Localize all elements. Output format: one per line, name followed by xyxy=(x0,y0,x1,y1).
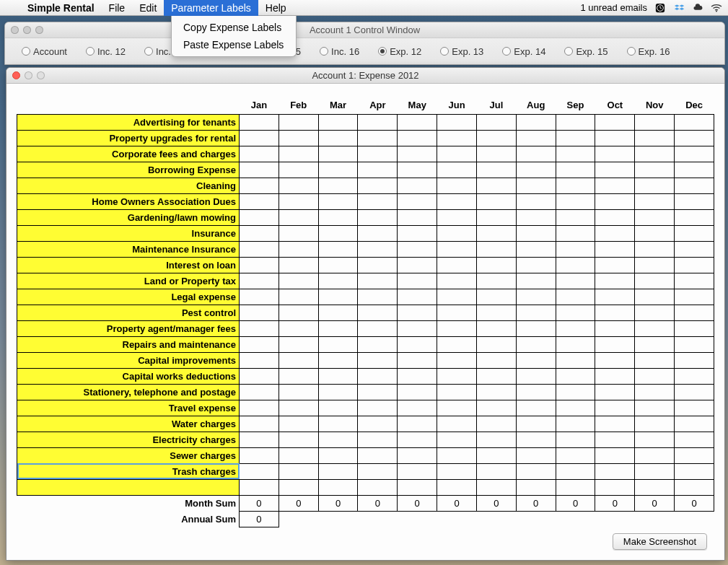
data-cell[interactable] xyxy=(556,178,595,193)
data-cell[interactable] xyxy=(279,257,318,273)
data-cell[interactable] xyxy=(437,352,477,368)
data-cell[interactable] xyxy=(240,479,279,495)
data-cell[interactable] xyxy=(398,241,437,257)
data-cell[interactable] xyxy=(595,479,635,495)
category-label[interactable]: Property agent/manager fees xyxy=(17,320,240,336)
data-cell[interactable] xyxy=(556,368,595,384)
category-label[interactable]: Capital works deductions xyxy=(17,368,240,384)
data-cell[interactable] xyxy=(516,479,556,495)
data-cell[interactable] xyxy=(318,463,358,479)
data-cell[interactable] xyxy=(476,368,516,384)
data-cell[interactable] xyxy=(476,225,516,241)
data-cell[interactable] xyxy=(516,146,556,162)
data-cell[interactable] xyxy=(635,479,675,495)
data-cell[interactable] xyxy=(318,400,358,416)
category-label[interactable]: Home Owners Association Dues xyxy=(17,193,240,209)
data-cell[interactable] xyxy=(556,257,595,273)
data-cell[interactable] xyxy=(398,320,437,336)
data-cell[interactable] xyxy=(516,130,556,146)
data-cell[interactable] xyxy=(358,352,398,368)
data-cell[interactable] xyxy=(279,193,318,209)
data-cell[interactable] xyxy=(516,193,556,209)
data-cell[interactable] xyxy=(437,320,477,336)
data-cell[interactable] xyxy=(595,320,635,336)
data-cell[interactable] xyxy=(240,114,279,130)
data-cell[interactable] xyxy=(240,146,279,162)
data-cell[interactable] xyxy=(635,320,675,336)
data-cell[interactable] xyxy=(279,432,318,447)
data-cell[interactable] xyxy=(358,336,398,352)
data-cell[interactable] xyxy=(595,178,635,193)
data-cell[interactable] xyxy=(556,130,595,146)
data-cell[interactable] xyxy=(240,193,279,209)
make-screenshot-button[interactable]: Make Screenshot xyxy=(613,533,707,550)
data-cell[interactable] xyxy=(358,384,398,400)
data-cell[interactable] xyxy=(240,178,279,193)
data-cell[interactable] xyxy=(516,241,556,257)
category-label[interactable]: Stationery, telephone and postage xyxy=(17,384,240,400)
data-cell[interactable] xyxy=(240,432,279,447)
data-cell[interactable] xyxy=(240,305,279,320)
data-cell[interactable] xyxy=(358,416,398,432)
data-cell[interactable] xyxy=(358,400,398,416)
data-cell[interactable] xyxy=(358,162,398,178)
data-cell[interactable] xyxy=(516,463,556,479)
data-cell[interactable] xyxy=(675,447,714,463)
data-cell[interactable] xyxy=(635,130,675,146)
data-cell[interactable] xyxy=(476,384,516,400)
data-cell[interactable] xyxy=(516,305,556,320)
data-cell[interactable] xyxy=(556,320,595,336)
data-cell[interactable] xyxy=(398,384,437,400)
data-cell[interactable] xyxy=(240,162,279,178)
data-cell[interactable] xyxy=(240,257,279,273)
data-cell[interactable] xyxy=(556,479,595,495)
data-cell[interactable] xyxy=(318,384,358,400)
radio-exp-12[interactable]: Exp. 12 xyxy=(369,46,431,57)
data-cell[interactable] xyxy=(437,162,477,178)
data-cell[interactable] xyxy=(556,305,595,320)
data-cell[interactable] xyxy=(556,352,595,368)
menu-parameter-labels[interactable]: Parameter Labels xyxy=(164,0,258,16)
data-cell[interactable] xyxy=(358,273,398,289)
data-cell[interactable] xyxy=(476,162,516,178)
data-cell[interactable] xyxy=(358,257,398,273)
unread-emails-text[interactable]: 1 unread emails xyxy=(581,2,648,13)
clock-icon[interactable] xyxy=(654,2,666,14)
data-cell[interactable] xyxy=(437,193,477,209)
data-cell[interactable] xyxy=(476,416,516,432)
data-cell[interactable] xyxy=(318,162,358,178)
data-cell[interactable] xyxy=(240,416,279,432)
data-cell[interactable] xyxy=(279,384,318,400)
data-cell[interactable] xyxy=(675,320,714,336)
data-cell[interactable] xyxy=(595,463,635,479)
data-cell[interactable] xyxy=(675,368,714,384)
data-cell[interactable] xyxy=(279,273,318,289)
data-cell[interactable] xyxy=(635,432,675,447)
data-cell[interactable] xyxy=(476,114,516,130)
data-cell[interactable] xyxy=(516,400,556,416)
data-cell[interactable] xyxy=(437,384,477,400)
data-cell[interactable] xyxy=(318,289,358,305)
data-cell[interactable] xyxy=(398,146,437,162)
data-cell[interactable] xyxy=(595,416,635,432)
data-cell[interactable] xyxy=(516,336,556,352)
data-cell[interactable] xyxy=(279,352,318,368)
control-window-titlebar[interactable]: Account 1 Control Window xyxy=(5,22,724,38)
category-label[interactable]: Insurance xyxy=(17,225,240,241)
data-cell[interactable] xyxy=(279,209,318,225)
data-cell[interactable] xyxy=(437,416,477,432)
data-cell[interactable] xyxy=(279,447,318,463)
data-cell[interactable] xyxy=(516,384,556,400)
data-cell[interactable] xyxy=(476,463,516,479)
data-cell[interactable] xyxy=(595,257,635,273)
data-cell[interactable] xyxy=(437,289,477,305)
data-cell[interactable] xyxy=(476,320,516,336)
data-cell[interactable] xyxy=(635,400,675,416)
data-cell[interactable] xyxy=(358,178,398,193)
data-cell[interactable] xyxy=(437,225,477,241)
data-cell[interactable] xyxy=(318,336,358,352)
category-label[interactable]: Borrowing Expense xyxy=(17,162,240,178)
data-cell[interactable] xyxy=(279,289,318,305)
data-cell[interactable] xyxy=(398,178,437,193)
data-cell[interactable] xyxy=(279,305,318,320)
